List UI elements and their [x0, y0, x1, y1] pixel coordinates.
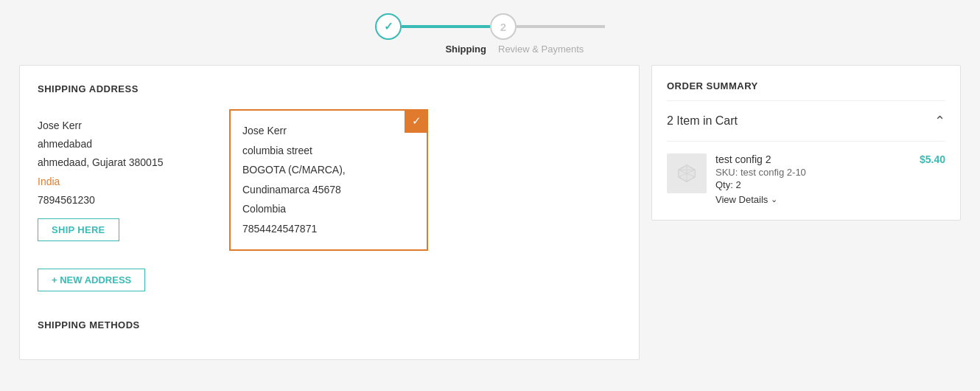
addr1-name: Jose Kerr: [38, 117, 214, 135]
shipping-methods-title: SHIPPING METHODS: [38, 319, 621, 331]
step-labels-row: Shipping Review & Payments: [371, 44, 609, 55]
view-details-link[interactable]: View Details ⌄: [715, 194, 777, 205]
addr2-phone: 7854424547871: [242, 219, 415, 239]
addr2-street: columbia street: [242, 141, 415, 161]
steps-container: ✓ 2 Shipping Review & Payments: [371, 13, 609, 55]
addr1-country: India: [38, 173, 214, 191]
product-qty: Qty: 2: [715, 179, 945, 190]
product-placeholder-icon: [675, 162, 699, 185]
items-in-cart-row: 2 Item in Cart ⌃: [667, 113, 945, 129]
address-cards-row: Jose Kerr ahmedabad ahmedaad, Gujarat 38…: [38, 109, 621, 251]
addr2-city-region: BOGOTA (C/MARCA),: [242, 160, 415, 180]
selected-checkmark-icon: ✓: [405, 109, 428, 133]
step-2-number: 2: [500, 21, 506, 33]
address-card-2-selected[interactable]: ✓ Jose Kerr columbia street BOGOTA (C/MA…: [229, 109, 428, 251]
addr1-phone: 7894561230: [38, 191, 214, 210]
chevron-down-icon: ⌄: [771, 195, 777, 204]
product-sku: SKU: test config 2-10: [715, 167, 945, 178]
main-layout: SHIPPING ADDRESS Jose Kerr ahmedabad ahm…: [7, 65, 973, 372]
new-address-button[interactable]: + NEW ADDRESS: [38, 269, 145, 291]
product-price: $5.40: [920, 153, 945, 165]
address-card-1: Jose Kerr ahmedabad ahmedaad, Gujarat 38…: [38, 109, 214, 249]
addr2-state-zip: Cundinamarca 45678: [242, 180, 415, 200]
addr2-name: Jose Kerr: [242, 121, 415, 141]
addr2-country: Colombia: [242, 199, 415, 219]
product-info: test config 2 $5.40 SKU: test config 2-1…: [715, 153, 945, 205]
product-image: [667, 153, 707, 193]
step-1-label: Shipping: [398, 44, 486, 55]
left-panel: SHIPPING ADDRESS Jose Kerr ahmedabad ahm…: [19, 65, 640, 360]
addr1-city-state: ahmedaad, Gujarat 380015: [38, 153, 214, 172]
divider-1: [667, 141, 945, 142]
product-name-price-row: test config 2 $5.40: [715, 153, 945, 165]
progress-section: ✓ 2 Shipping Review & Payments: [0, 0, 980, 65]
step-line-2: [517, 25, 605, 28]
shipping-address-title: SHIPPING ADDRESS: [38, 83, 621, 94]
items-in-cart-label: 2 Item in Cart: [667, 114, 738, 128]
right-panel: ORDER SUMMARY 2 Item in Cart ⌃ test conf…: [651, 65, 961, 221]
product-name: test config 2: [715, 153, 771, 165]
ship-here-button[interactable]: SHIP HERE: [38, 218, 119, 241]
step-1-circle: ✓: [375, 13, 402, 40]
progress-steps-row: ✓ 2: [375, 13, 605, 40]
step-2-label: Review & Payments: [498, 44, 609, 55]
view-details-text: View Details: [715, 194, 768, 205]
collapse-cart-icon[interactable]: ⌃: [934, 113, 945, 129]
step-2-circle: 2: [490, 13, 517, 40]
order-item: test config 2 $5.40 SKU: test config 2-1…: [667, 153, 945, 205]
step-line-1: [402, 25, 490, 28]
order-summary-title: ORDER SUMMARY: [667, 80, 945, 101]
addr1-city: ahmedabad: [38, 135, 214, 153]
